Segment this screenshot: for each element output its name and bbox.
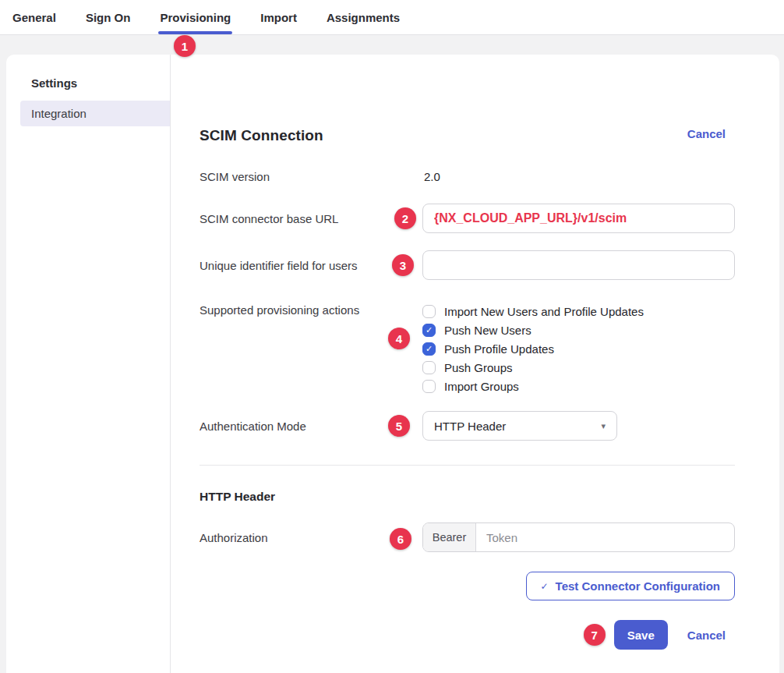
step-badge-5: 5: [388, 415, 410, 437]
scim-version-label: SCIM version: [200, 170, 422, 183]
tab-provisioning[interactable]: Provisioning: [160, 0, 231, 34]
step-badge-1: 1: [174, 35, 196, 57]
base-url-row: SCIM connector base URL 2: [200, 204, 735, 233]
save-button[interactable]: Save: [614, 620, 668, 650]
checkbox-box[interactable]: [422, 305, 436, 318]
step-badge-6: 6: [390, 528, 411, 550]
chevron-down-icon: ▾: [601, 421, 606, 431]
http-header-section-title: HTTP Header: [200, 490, 735, 504]
scim-connection-panel: SCIM Connection Cancel SCIM version 2.0 …: [171, 55, 779, 673]
section-divider: [200, 465, 735, 466]
page-title: SCIM Connection: [200, 127, 323, 144]
unique-id-input[interactable]: [422, 250, 735, 280]
authorization-input-group: Bearer: [422, 522, 735, 552]
checkbox-push-new-users[interactable]: ✓ Push New Users: [422, 321, 735, 339]
cancel-link-top[interactable]: Cancel: [687, 127, 726, 140]
settings-sidebar: Settings Integration: [6, 55, 171, 673]
checkbox-label: Push New Users: [444, 324, 531, 337]
scim-version-row: SCIM version 2.0: [200, 170, 735, 183]
checkbox-box[interactable]: ✓: [422, 324, 436, 337]
auth-mode-row: Authentication Mode 5 HTTP Header ▾: [200, 411, 735, 441]
tab-general[interactable]: General: [12, 0, 56, 34]
auth-mode-selected-value: HTTP Header: [434, 420, 506, 433]
checkbox-import-new-users[interactable]: Import New Users and Profile Updates: [422, 302, 735, 321]
checkbox-import-groups[interactable]: Import Groups: [422, 377, 735, 395]
sidebar-header: Settings: [6, 76, 170, 90]
checkbox-label: Push Groups: [444, 361, 513, 374]
checkbox-box[interactable]: [422, 361, 436, 374]
checkbox-label: Import Groups: [444, 380, 519, 393]
base-url-label: SCIM connector base URL: [200, 212, 422, 225]
provisioning-card: Settings Integration SCIM Connection Can…: [6, 55, 779, 673]
authorization-row: Authorization 6 Bearer: [200, 522, 735, 552]
bearer-prefix: Bearer: [423, 523, 476, 551]
tab-import[interactable]: Import: [260, 0, 297, 34]
sidebar-item-label: Integration: [31, 107, 87, 120]
checkbox-push-groups[interactable]: Push Groups: [422, 358, 735, 377]
tab-sign-on[interactable]: Sign On: [86, 0, 131, 34]
tab-assignments[interactable]: Assignments: [327, 0, 400, 34]
test-connector-label: Test Connector Configuration: [556, 579, 720, 593]
test-connector-row: ✓ Test Connector Configuration: [200, 572, 735, 600]
check-icon: ✓: [541, 581, 549, 592]
step-badge-2: 2: [394, 207, 416, 229]
checkbox-label: Import New Users and Profile Updates: [444, 305, 644, 318]
token-input[interactable]: [476, 523, 734, 551]
base-url-input[interactable]: [422, 204, 735, 233]
scim-version-value: 2.0: [422, 170, 735, 183]
checkbox-box[interactable]: [422, 380, 436, 393]
step-badge-7: 7: [584, 624, 606, 646]
step-badge-4: 4: [388, 328, 410, 349]
step-badge-3: 3: [392, 254, 414, 276]
test-connector-button[interactable]: ✓ Test Connector Configuration: [526, 572, 735, 600]
sidebar-item-integration[interactable]: Integration: [20, 101, 170, 126]
checkbox-push-profile-updates[interactable]: ✓ Push Profile Updates: [422, 339, 735, 358]
app-tabbar: General Sign On Provisioning Import Assi…: [0, 0, 784, 35]
provisioning-actions-label: Supported provisioning actions: [200, 302, 422, 317]
unique-id-row: Unique identifier field for users 3: [200, 250, 735, 280]
unique-id-label: Unique identifier field for users: [200, 259, 422, 272]
checkbox-label: Push Profile Updates: [444, 342, 554, 356]
form-footer: 7 Save Cancel: [200, 620, 735, 650]
checkbox-box[interactable]: ✓: [422, 342, 436, 356]
provisioning-actions-row: Supported provisioning actions 4 Import …: [200, 302, 735, 395]
cancel-link-bottom[interactable]: Cancel: [687, 629, 726, 642]
auth-mode-select[interactable]: HTTP Header ▾: [422, 411, 617, 441]
